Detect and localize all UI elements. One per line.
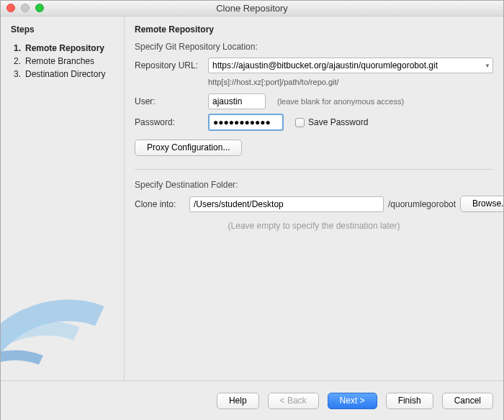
steps-list: 1. Remote Repository 2. Remote Branches … xyxy=(11,42,117,81)
steps-heading: Steps xyxy=(11,24,117,35)
minimize-window-icon xyxy=(21,4,30,12)
steps-sidebar: Steps 1. Remote Repository 2. Remote Bra… xyxy=(1,17,125,380)
window-title: Clone Repository xyxy=(216,3,288,14)
step-label: Remote Repository xyxy=(25,42,104,55)
dialog-footer: Help < Back Next > Finish Cancel xyxy=(1,380,503,420)
titlebar: Clone Repository xyxy=(1,1,503,17)
destination-folder-label: Specify Destination Folder: xyxy=(135,180,493,190)
git-location-label: Specify Git Repository Location: xyxy=(135,42,493,52)
clone-into-row: Clone into: /quorumlegorobot Browse... xyxy=(135,196,493,212)
repo-url-hint: http[s]://host.xz[:port]/path/to/repo.gi… xyxy=(208,78,493,86)
repo-url-label: Repository URL: xyxy=(135,60,202,70)
window-controls xyxy=(6,4,44,12)
step-remote-branches: 2. Remote Branches xyxy=(11,55,117,68)
help-button[interactable]: Help xyxy=(217,393,259,409)
save-password-checkbox[interactable]: Save Password xyxy=(295,117,368,127)
decorative-wave-icon xyxy=(1,229,125,380)
next-button[interactable]: Next > xyxy=(328,393,377,409)
browse-button[interactable]: Browse... xyxy=(460,196,503,212)
user-row: User: (leave blank for anonymous access) xyxy=(135,93,493,109)
finish-button[interactable]: Finish xyxy=(386,393,433,409)
back-button: < Back xyxy=(268,393,319,409)
step-remote-repository: 1. Remote Repository xyxy=(11,42,117,55)
clone-repository-dialog: Clone Repository Steps 1. Remote Reposit… xyxy=(0,0,504,420)
cancel-button[interactable]: Cancel xyxy=(442,393,493,409)
form-content: Remote Repository Specify Git Repository… xyxy=(125,17,503,380)
repo-url-input[interactable] xyxy=(208,58,493,73)
step-label: Remote Branches xyxy=(25,55,94,68)
save-password-label: Save Password xyxy=(308,117,368,127)
user-hint: (leave blank for anonymous access) xyxy=(277,97,404,106)
close-window-icon[interactable] xyxy=(6,4,15,12)
clone-into-label: Clone into: xyxy=(135,199,185,209)
repo-url-row: Repository URL: ▼ xyxy=(135,58,493,73)
separator xyxy=(135,169,493,170)
checkbox-icon[interactable] xyxy=(295,118,305,127)
content-heading: Remote Repository xyxy=(135,24,493,35)
destination-hint: (Leave empty to specify the destination … xyxy=(135,221,493,231)
dialog-body: Steps 1. Remote Repository 2. Remote Bra… xyxy=(1,17,503,380)
user-label: User: xyxy=(135,96,202,106)
user-input[interactable] xyxy=(208,93,266,109)
password-label: Password: xyxy=(135,117,202,127)
clone-into-input[interactable] xyxy=(189,196,384,212)
step-destination-directory: 3. Destination Directory xyxy=(11,68,117,81)
step-label: Destination Directory xyxy=(25,68,105,81)
password-row: Password: Save Password xyxy=(135,114,493,131)
repo-url-combobox[interactable]: ▼ xyxy=(208,58,493,73)
password-input[interactable] xyxy=(208,114,284,131)
maximize-window-icon[interactable] xyxy=(35,4,44,12)
proxy-configuration-button[interactable]: Proxy Configuration... xyxy=(135,140,242,156)
clone-into-suffix: /quorumlegorobot xyxy=(388,199,456,209)
